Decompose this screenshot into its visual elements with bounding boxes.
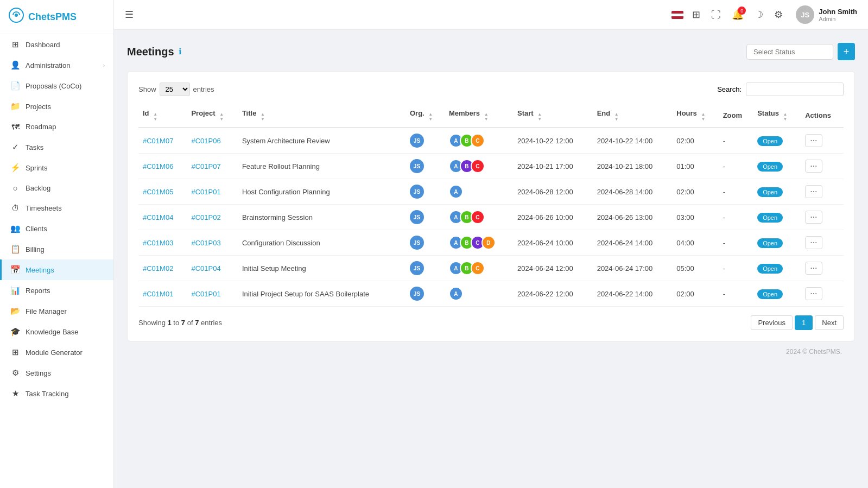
col-hours[interactable]: Hours ▲▼ [672,104,718,128]
search-input[interactable] [746,83,844,96]
col-end[interactable]: End ▲▼ [593,104,673,128]
meeting-id[interactable]: #C01M01 [138,281,187,307]
dashboard-icon: ⊞ [10,40,20,49]
meeting-id[interactable]: #C01M05 [138,179,187,205]
meeting-id[interactable]: #C01M07 [138,128,187,154]
meeting-end: 2024-06-22 14:00 [593,281,673,307]
sidebar-item-module-generator[interactable]: ⊞ Module Generator [0,342,113,363]
sidebar-item-dashboard[interactable]: ⊞ Dashboard [0,34,113,55]
col-id[interactable]: Id ▲▼ [138,104,187,128]
sidebar-item-projects[interactable]: 📁 Projects [0,96,113,117]
notification-badge: 0 [738,7,746,15]
sidebar-item-tasks[interactable]: ✓ Tasks [0,137,113,157]
col-start[interactable]: Start ▲▼ [513,104,593,128]
meeting-project[interactable]: #C01P06 [187,128,237,154]
meeting-actions: ··· [801,230,844,256]
previous-button[interactable]: Previous [751,315,793,330]
meeting-org: JS [406,128,445,154]
meeting-title: Feature Rollout Planning [238,154,406,179]
col-members[interactable]: Members ▲▼ [445,104,513,128]
actions-menu-button[interactable]: ··· [805,287,822,300]
meeting-project[interactable]: #C01P03 [187,230,237,256]
entries-select[interactable]: 25 10 50 100 [160,83,190,96]
sidebar: ChetsPMS ⊞ Dashboard 👤 Administration › … [0,0,114,488]
meeting-project[interactable]: #C01P07 [187,154,237,179]
file-manager-icon: 📂 [10,306,20,316]
sidebar-item-label: Billing [26,245,45,253]
actions-menu-button[interactable]: ··· [805,262,822,275]
meeting-title: System Architecture Review [238,128,406,154]
search-label: Search: [717,85,742,93]
sidebar-item-sprints[interactable]: ⚡ Sprints [0,157,113,178]
page-1-button[interactable]: 1 [795,315,813,330]
meeting-title: Host Configuration Planning [238,179,406,205]
sidebar-item-label: Clients [26,225,47,233]
member-avatar: C [471,134,485,148]
col-project[interactable]: Project ▲▼ [187,104,237,128]
sidebar-item-task-tracking[interactable]: ★ Task Tracking [0,383,113,404]
gear-settings-icon[interactable]: ⚙ [774,9,783,21]
knowledge-base-icon: 🎓 [10,327,20,337]
sidebar-item-clients[interactable]: 👥 Clients [0,218,113,239]
sidebar-item-billing[interactable]: 📋 Billing [0,239,113,259]
col-status[interactable]: Status ▲▼ [753,104,801,128]
meetings-table: Id ▲▼ Project ▲▼ Title ▲▼ Org. ▲▼ Member… [138,104,844,307]
meeting-id[interactable]: #C01M06 [138,154,187,179]
fullscreen-icon[interactable]: ⛶ [711,9,721,21]
status-select-input[interactable] [746,44,833,60]
sidebar-item-meetings[interactable]: 📅 Meetings [0,259,113,280]
meeting-id[interactable]: #C01M03 [138,230,187,256]
add-meeting-button[interactable]: + [838,43,855,60]
meeting-actions: ··· [801,128,844,154]
user-info: John Smith Admin [819,8,857,22]
user-name: John Smith [819,8,857,16]
header-actions: + [746,43,855,60]
notifications-icon[interactable]: 🔔 0 [732,9,744,21]
meeting-project[interactable]: #C01P02 [187,205,237,230]
col-org[interactable]: Org. ▲▼ [406,104,445,128]
showing-total: 7 [195,319,199,327]
apps-grid-icon[interactable]: ⊞ [692,9,700,21]
sidebar-item-knowledge-base[interactable]: 🎓 Knowledge Base [0,321,113,342]
actions-menu-button[interactable]: ··· [805,236,822,249]
actions-menu-button[interactable]: ··· [805,185,822,198]
sidebar-item-roadmap[interactable]: 🗺 Roadmap [0,117,113,137]
meeting-project[interactable]: #C01P01 [187,179,237,205]
meeting-members: A [445,281,513,307]
entries-suffix: entries [193,85,214,93]
meeting-org: JS [406,230,445,256]
meeting-start: 2024-06-24 10:00 [513,230,593,256]
showing-prefix: Showing [138,319,167,327]
user-area[interactable]: JS John Smith Admin [796,5,857,24]
hamburger-menu-icon[interactable]: ☰ [125,9,134,21]
sidebar-item-file-manager[interactable]: 📂 File Manager [0,301,113,321]
next-button[interactable]: Next [815,315,844,330]
logo-icon [9,8,24,26]
meeting-id[interactable]: #C01M02 [138,256,187,281]
meeting-start: 2024-10-21 17:00 [513,154,593,179]
info-icon[interactable]: ℹ [179,47,182,56]
meeting-actions: ··· [801,256,844,281]
sidebar-item-proposals[interactable]: 📄 Proposals (CoCo) [0,75,113,96]
meeting-id[interactable]: #C01M04 [138,205,187,230]
sidebar-item-backlog[interactable]: ○ Backlog [0,178,113,198]
actions-menu-button[interactable]: ··· [805,160,822,173]
sidebar-item-settings[interactable]: ⚙ Settings [0,363,113,383]
sidebar-item-timesheets[interactable]: ⏱ Timesheets [0,198,113,218]
settings-icon: ⚙ [10,368,20,378]
language-flag-icon[interactable] [671,11,683,19]
dark-mode-icon[interactable]: ☽ [755,9,763,21]
sidebar-item-administration[interactable]: 👤 Administration › [0,55,113,75]
meeting-project[interactable]: #C01P04 [187,256,237,281]
actions-menu-button[interactable]: ··· [805,134,822,147]
sidebar-item-reports[interactable]: 📊 Reports [0,280,113,301]
showing-of-label: of [187,319,195,327]
logo[interactable]: ChetsPMS [0,0,113,34]
page-title: Meetings [127,46,174,58]
meeting-end: 2024-06-26 13:00 [593,205,673,230]
meeting-project[interactable]: #C01P01 [187,281,237,307]
projects-icon: 📁 [10,102,20,111]
actions-menu-button[interactable]: ··· [805,211,822,224]
org-avatar: JS [410,210,424,224]
col-title[interactable]: Title ▲▼ [238,104,406,128]
